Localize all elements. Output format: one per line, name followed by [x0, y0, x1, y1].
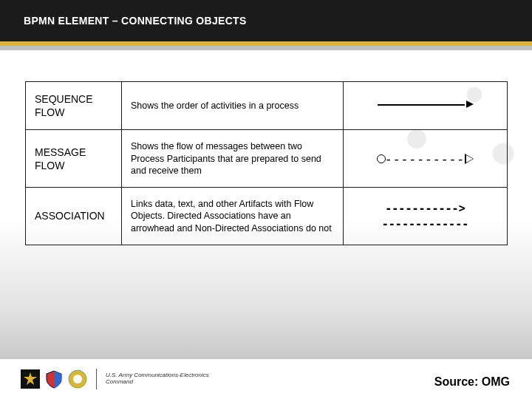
table-row: MESSAGE FLOW Shows the flow of messages … — [26, 130, 508, 188]
message-flow-arrow-icon: ---------- — [377, 150, 473, 167]
svg-point-3 — [73, 375, 82, 383]
logo-divider — [96, 369, 97, 389]
open-arrowhead-icon — [465, 154, 474, 164]
element-desc: Links data, text, and other Artifacts wi… — [122, 188, 344, 245]
element-symbol — [344, 82, 508, 130]
element-desc: Shows the order of activities in a proce… — [122, 82, 344, 130]
element-symbol: -----------> ------------- — [344, 188, 508, 245]
element-name: MESSAGE FLOW — [26, 130, 122, 188]
element-name: SEQUENCE FLOW — [26, 82, 122, 130]
element-desc: Shows the flow of messages between two P… — [122, 130, 344, 188]
slide: BPMN ELEMENT – CONNECTING OBJECTS SEQUEN… — [0, 0, 532, 399]
connecting-objects-table: SEQUENCE FLOW Shows the order of activit… — [25, 81, 508, 245]
source-citation: Source: OMG — [434, 375, 510, 389]
directed-association-line: -----------> — [352, 201, 498, 216]
footer-logos: U.S. Army Communications-Electronics Com… — [21, 369, 209, 389]
army-star-logo-icon — [21, 369, 40, 389]
table-row: ASSOCIATION Links data, text, and other … — [26, 188, 508, 245]
seal-logo-icon — [68, 369, 87, 389]
element-name: ASSOCIATION — [26, 188, 122, 245]
dashes: ---------- — [384, 150, 464, 167]
association-arrow-icon: -----------> ------------- — [352, 201, 498, 232]
shield-logo-icon — [44, 369, 64, 389]
content-area: SEQUENCE FLOW Shows the order of activit… — [25, 81, 507, 245]
element-symbol: ---------- — [344, 130, 508, 188]
header-bar: BPMN ELEMENT – CONNECTING OBJECTS — [0, 0, 532, 41]
sequence-flow-arrow-icon — [378, 100, 474, 109]
slide-title: BPMN ELEMENT – CONNECTING OBJECTS — [24, 15, 247, 27]
accent-shadow — [0, 46, 532, 50]
table-row: SEQUENCE FLOW Shows the order of activit… — [26, 82, 508, 130]
nondirected-association-line: ------------- — [352, 216, 498, 232]
command-name: U.S. Army Communications-Electronics Com… — [106, 372, 209, 386]
footer-bar: U.S. Army Communications-Electronics Com… — [0, 359, 532, 399]
